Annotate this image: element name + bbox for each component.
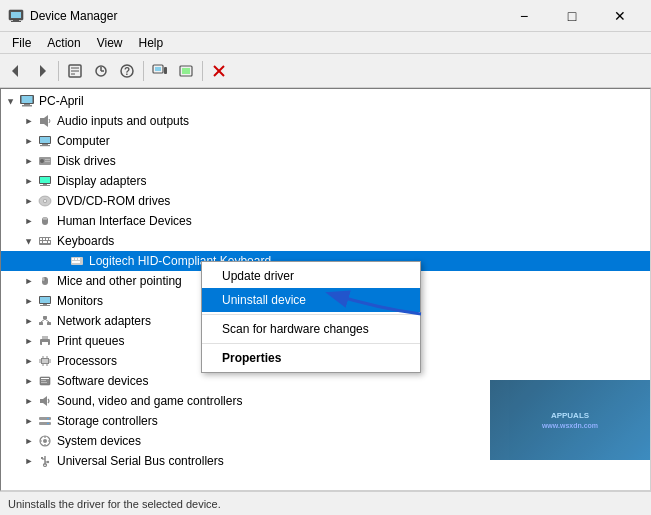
tree-item-hid[interactable]: ► Human Interface Devices [1,211,650,231]
dvd-icon [37,193,53,209]
svg-rect-49 [46,238,48,240]
svg-rect-103 [41,457,43,459]
svg-rect-86 [41,380,46,381]
svg-rect-51 [40,241,42,243]
svg-rect-64 [43,304,47,305]
svg-rect-2 [13,20,19,21]
menu-action[interactable]: Action [39,34,88,52]
computer-label: Computer [57,134,110,148]
scan-hardware-button[interactable] [174,59,198,83]
svg-point-95 [43,439,47,443]
svg-line-69 [41,319,45,322]
toolbar-separator-2 [143,61,144,81]
svg-rect-58 [72,261,80,263]
ctx-uninstall-device[interactable]: Uninstall device [202,288,420,312]
tree-item-computer[interactable]: ► Computer [1,131,650,151]
ctx-scan-hardware[interactable]: Scan for hardware changes [202,317,420,341]
app-icon [8,8,24,24]
watermark-text: APPUALS www.wsxdn.com [542,410,598,431]
svg-marker-27 [44,115,48,127]
svg-rect-1 [11,12,21,18]
storage-icon [37,413,53,429]
audio-label: Audio inputs and outputs [57,114,189,128]
svg-rect-34 [45,159,50,160]
svg-rect-73 [42,342,48,345]
scan-changes-button[interactable] [148,59,172,83]
window-title: Device Manager [30,9,501,23]
status-bar: Uninstalls the driver for the selected d… [0,491,651,515]
ctx-update-driver[interactable]: Update driver [202,264,420,288]
svg-rect-63 [40,297,50,303]
expand-arrow-software: ► [21,373,37,389]
svg-rect-72 [42,336,48,339]
keyboard-icon [37,233,53,249]
system-icon [37,433,53,449]
uninstall-button[interactable] [207,59,231,83]
menu-help[interactable]: Help [131,34,172,52]
ctx-separator-2 [202,343,420,344]
expand-arrow-system: ► [21,433,37,449]
usb-icon [37,453,53,469]
svg-rect-50 [49,238,51,240]
properties-button[interactable] [63,59,87,83]
svg-rect-91 [39,422,51,425]
update-driver-button[interactable] [89,59,113,83]
svg-rect-31 [40,145,50,146]
svg-rect-24 [24,104,30,105]
svg-point-33 [40,159,44,163]
ctx-separator [202,314,420,315]
software-icon [37,373,53,389]
processor-icon [37,353,53,369]
title-bar: Device Manager − □ ✕ [0,0,651,32]
tree-item-audio[interactable]: ► Audio inputs and outputs [1,111,650,131]
forward-button[interactable] [30,59,54,83]
minimize-button[interactable]: − [501,0,547,32]
menu-file[interactable]: File [4,34,39,52]
svg-point-93 [47,423,49,425]
svg-rect-53 [48,241,50,243]
disk-label: Disk drives [57,154,116,168]
svg-rect-16 [155,67,161,71]
svg-point-104 [47,461,49,463]
svg-text:?: ? [124,66,130,77]
display-label: Display adapters [57,174,146,188]
help-button[interactable]: ? [115,59,139,83]
back-button[interactable] [4,59,28,83]
svg-marker-4 [12,65,18,77]
svg-rect-56 [75,258,77,260]
svg-line-70 [45,319,49,322]
usb-label: Universal Serial Bus controllers [57,454,224,468]
sound-icon [37,393,53,409]
expand-arrow-computer: ► [21,133,37,149]
expand-arrow-mice: ► [21,273,37,289]
tree-item-pc-april[interactable]: ► PC-April [1,91,650,111]
print-label: Print queues [57,334,124,348]
tree-item-keyboards[interactable]: ► Keyboards [1,231,650,251]
expand-arrow-sound: ► [21,393,37,409]
svg-rect-44 [43,217,45,220]
svg-rect-19 [182,68,190,74]
close-button[interactable]: ✕ [597,0,643,32]
printer-icon [37,333,53,349]
network-icon [37,313,53,329]
tree-item-display[interactable]: ► Display adapters [1,171,650,191]
tree-item-disk[interactable]: ► Disk drives [1,151,650,171]
expand-arrow-storage: ► [21,413,37,429]
svg-rect-52 [43,241,47,243]
expand-arrow-print: ► [21,333,37,349]
svg-marker-5 [40,65,46,77]
svg-rect-88 [40,399,43,403]
processors-label: Processors [57,354,117,368]
display-icon [37,173,53,189]
ctx-properties[interactable]: Properties [202,346,420,370]
mice-label: Mice and other pointing [57,274,182,288]
sound-label: Sound, video and game controllers [57,394,242,408]
menu-view[interactable]: View [89,34,131,52]
monitors-label: Monitors [57,294,103,308]
toolbar-separator-1 [58,61,59,81]
network-label: Network adapters [57,314,151,328]
hid-label: Human Interface Devices [57,214,192,228]
svg-rect-35 [45,161,50,162]
maximize-button[interactable]: □ [549,0,595,32]
tree-item-dvd[interactable]: ► DVD/CD-ROM drives [1,191,650,211]
